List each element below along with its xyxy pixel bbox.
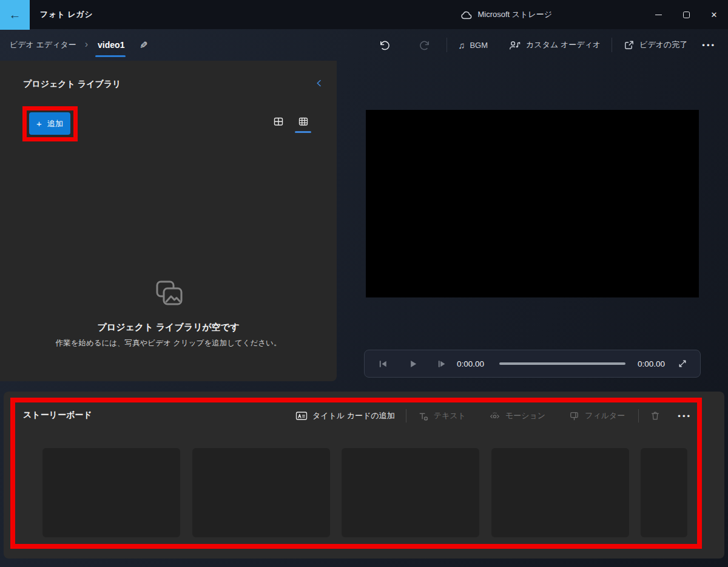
more-options-button[interactable]: ••• xyxy=(693,37,721,53)
person-audio-icon xyxy=(508,39,521,51)
motion-label: モーション xyxy=(505,410,545,421)
storyboard-slot xyxy=(342,448,479,537)
next-frame-icon xyxy=(437,359,447,369)
storyboard-slot xyxy=(641,448,687,537)
close-icon: ✕ xyxy=(711,10,718,19)
project-name: video1 xyxy=(98,40,124,50)
photos-legacy-window: ← フォト レガシ Microsoft ストレージ ✕ ビデオ エディター › … xyxy=(0,0,728,567)
title-card-icon xyxy=(295,410,308,421)
filter-icon xyxy=(568,410,580,422)
title-bar: ← フォト レガシ Microsoft ストレージ ✕ xyxy=(0,0,728,29)
previous-frame-icon xyxy=(378,359,388,369)
motion-button[interactable]: モーション xyxy=(482,408,553,424)
trash-icon xyxy=(650,410,661,421)
storyboard-toolbar: タイトル カードの追加 テキスト xyxy=(288,407,694,425)
empty-state-title: プロジェクト ライブラリが空です xyxy=(0,322,337,333)
plus-icon: + xyxy=(36,119,42,128)
back-arrow-icon: ← xyxy=(9,8,21,22)
close-button[interactable]: ✕ xyxy=(700,0,728,29)
finish-video-button[interactable]: ビデオの完了 xyxy=(617,36,693,55)
storyboard-more-button[interactable]: ••• xyxy=(668,409,694,423)
library-empty-state: プロジェクト ライブラリが空です 作業を始めるには、写真やビデオ クリップを追加… xyxy=(0,279,337,348)
filter-button[interactable]: フィルター xyxy=(561,408,632,424)
add-title-card-button[interactable]: タイトル カードの追加 xyxy=(288,408,402,424)
minimize-button[interactable] xyxy=(644,0,672,29)
collapse-panel-button[interactable] xyxy=(312,76,326,90)
cloud-icon xyxy=(460,10,472,19)
app-title: フォト レガシ xyxy=(40,0,93,29)
storyboard-panel: ストーリーボード タイトル カードの追加 xyxy=(4,392,724,559)
storyboard-slot xyxy=(491,448,629,537)
total-time: 0:00.00 xyxy=(638,350,665,377)
text-add-icon xyxy=(417,410,429,422)
seek-slider[interactable] xyxy=(499,362,625,365)
maximize-icon xyxy=(683,12,690,18)
empty-state-caption: 作業を始めるには、写真やビデオ クリップを追加してください。 xyxy=(0,338,337,348)
undo-button[interactable] xyxy=(372,36,396,55)
video-preview xyxy=(366,110,699,297)
previous-frame-button[interactable] xyxy=(372,350,393,377)
redo-icon xyxy=(419,39,431,51)
microsoft-storage-button[interactable]: Microsoft ストレージ xyxy=(460,0,552,29)
finish-video-label: ビデオの完了 xyxy=(639,39,687,50)
minimize-icon xyxy=(655,15,662,15)
export-video-icon xyxy=(623,39,635,51)
add-title-card-label: タイトル カードの追加 xyxy=(312,410,395,421)
toolbar-divider xyxy=(612,38,612,52)
large-grid-view-button[interactable] xyxy=(269,112,288,131)
breadcrumb: ビデオ エディター › video1 ✎ xyxy=(10,29,148,61)
storyboard-divider xyxy=(406,409,406,423)
text-label: テキスト xyxy=(434,410,466,421)
project-name-wrap: video1 xyxy=(96,39,126,50)
current-time: 0:00.00 xyxy=(457,350,484,377)
project-library-panel: プロジェクト ライブラリ + 追加 xyxy=(0,61,337,381)
custom-audio-button[interactable]: カスタム オーディオ xyxy=(502,36,607,55)
project-name-underline xyxy=(95,55,126,57)
add-media-button[interactable]: + 追加 xyxy=(29,112,70,135)
playback-bar: 0:00.00 0:00.00 xyxy=(364,350,701,378)
small-grid-view-button[interactable] xyxy=(294,112,312,131)
redo-button[interactable] xyxy=(413,36,437,55)
editor-toolbar: ビデオ エディター › video1 ✎ xyxy=(0,29,728,61)
fullscreen-icon xyxy=(678,359,687,368)
toolbar-divider xyxy=(447,38,447,52)
project-library-header: プロジェクト ライブラリ xyxy=(23,79,121,90)
breadcrumb-video-editor[interactable]: ビデオ エディター xyxy=(10,39,76,50)
storyboard-slot xyxy=(42,448,180,537)
window-controls: ✕ xyxy=(644,0,728,29)
chevron-right-icon: › xyxy=(85,39,88,50)
next-frame-button[interactable] xyxy=(431,350,452,377)
storyboard-slot xyxy=(192,448,330,537)
fullscreen-button[interactable] xyxy=(672,350,693,377)
filter-label: フィルター xyxy=(585,410,625,421)
photos-stack-icon xyxy=(0,279,337,313)
storyboard-header: ストーリーボード xyxy=(23,410,92,421)
motion-icon xyxy=(489,410,500,422)
toolbar-actions: ♫ BGM カスタム オーディオ xyxy=(372,29,721,61)
bgm-button[interactable]: ♫ BGM xyxy=(452,37,494,53)
play-icon xyxy=(408,359,418,369)
grid-3x3-icon xyxy=(298,116,309,127)
chevron-left-icon xyxy=(315,79,323,87)
storyboard-divider xyxy=(638,409,639,423)
maximize-button[interactable] xyxy=(672,0,700,29)
selected-view-underline xyxy=(295,131,311,133)
text-button[interactable]: テキスト xyxy=(410,408,473,424)
undo-icon xyxy=(379,39,390,51)
music-note-icon: ♫ xyxy=(458,41,465,50)
back-button[interactable]: ← xyxy=(0,0,30,30)
rename-pencil-icon[interactable]: ✎ xyxy=(140,39,147,51)
add-button-label: 追加 xyxy=(47,118,63,129)
delete-button[interactable] xyxy=(642,408,668,424)
bgm-label: BGM xyxy=(470,41,488,50)
grid-2x2-icon xyxy=(273,116,284,127)
play-button[interactable] xyxy=(402,350,423,377)
library-view-toggles xyxy=(269,112,312,131)
custom-audio-label: カスタム オーディオ xyxy=(526,39,601,50)
storage-label: Microsoft ストレージ xyxy=(477,9,552,20)
